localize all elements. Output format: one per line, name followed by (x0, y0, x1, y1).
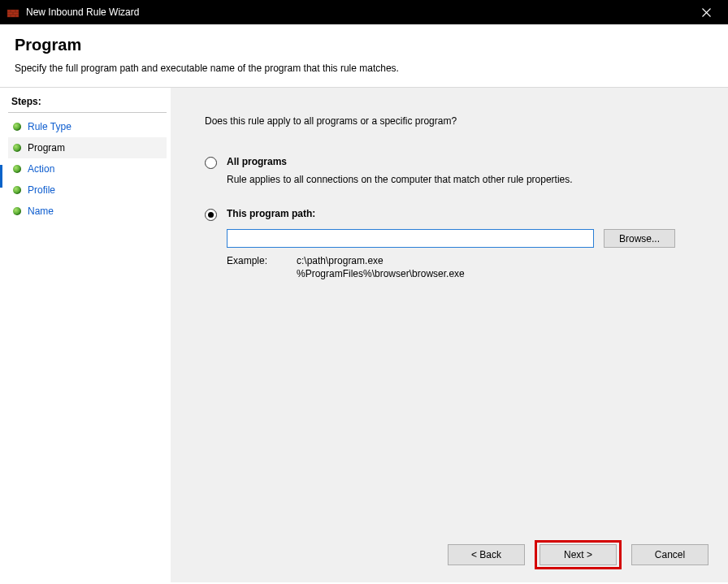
wizard-footer: < Back Next > Cancel (448, 540, 708, 569)
bullet-icon (13, 207, 21, 215)
step-rule-type[interactable]: Rule Type (8, 116, 167, 137)
page-title: Program (15, 36, 713, 54)
active-step-indicator (0, 165, 2, 188)
browse-button[interactable]: Browse... (604, 229, 675, 248)
page-header: Program Specify the full program path an… (0, 24, 728, 87)
step-program[interactable]: Program (8, 137, 167, 158)
steps-sidebar: Steps: Rule Type Program Action Profile … (0, 88, 171, 582)
back-button[interactable]: < Back (448, 544, 525, 565)
content-pane: Does this rule apply to all programs or … (171, 88, 728, 582)
option-all-programs[interactable]: All programs (205, 156, 705, 169)
titlebar: New Inbound Rule Wizard (0, 0, 728, 24)
cancel-button[interactable]: Cancel (631, 544, 708, 565)
next-button[interactable]: Next > (540, 544, 617, 565)
steps-heading: Steps: (8, 93, 167, 113)
step-label: Program (28, 142, 65, 154)
option-path-label: This program path: (227, 208, 315, 219)
step-label: Profile (28, 184, 55, 196)
program-path-input[interactable] (227, 229, 594, 248)
firewall-icon (6, 6, 20, 19)
example-paths: c:\path\program.exe %ProgramFiles%\brows… (297, 254, 705, 280)
step-label: Action (28, 163, 54, 175)
window-title: New Inbound Rule Wizard (26, 6, 687, 18)
close-button[interactable] (687, 0, 725, 24)
step-label: Rule Type (28, 121, 72, 132)
step-action[interactable]: Action (8, 158, 167, 180)
radio-icon (205, 209, 217, 221)
bullet-icon (13, 165, 21, 173)
page-subtitle: Specify the full program path and execut… (15, 63, 713, 74)
bullet-icon (13, 186, 21, 194)
bullet-icon (13, 123, 21, 131)
next-button-highlight: Next > (535, 540, 622, 569)
step-profile[interactable]: Profile (8, 180, 167, 201)
radio-icon (205, 157, 217, 169)
option-this-program-path[interactable]: This program path: (205, 208, 705, 221)
step-name[interactable]: Name (8, 201, 167, 222)
bullet-icon (13, 144, 21, 152)
example-label: Example: (227, 254, 297, 280)
option-all-description: Rule applies to all connections on the c… (227, 174, 705, 185)
step-label: Name (28, 205, 54, 217)
scope-question: Does this rule apply to all programs or … (205, 115, 705, 127)
option-all-label: All programs (227, 156, 287, 167)
